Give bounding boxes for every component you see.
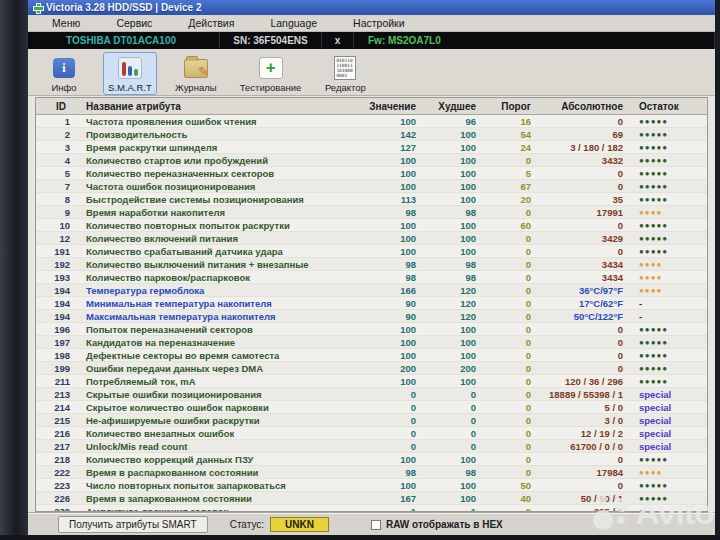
header-name: Название атрибута <box>80 101 364 112</box>
attr-name: Количество внезапных ошибок <box>80 428 364 439</box>
table-row[interactable]: 199Ошибки передачи данных через DMA20020… <box>36 362 707 375</box>
table-row[interactable]: 4Количество стартов или пробуждений10010… <box>36 154 707 167</box>
table-row[interactable]: 194Максимальная температура накопителя90… <box>36 310 707 323</box>
table-row[interactable]: 7Частота ошибок позиционирования10010067… <box>36 180 707 193</box>
attr-absolute: 0 <box>537 480 629 491</box>
table-row[interactable]: 192Количество выключений питания + внеза… <box>36 258 707 271</box>
attr-worst: 100 <box>422 493 482 504</box>
attr-name: Unlock/Mis read count <box>80 441 364 452</box>
attr-worst: 100 <box>422 194 482 205</box>
attr-remainder-indicator: ●●●●● <box>629 117 707 126</box>
table-row[interactable]: 213Скрытые ошибки позиционирования000188… <box>36 388 707 401</box>
table-row[interactable]: 12Количество включений питания1001000342… <box>36 232 707 245</box>
raw-hex-checkbox[interactable] <box>371 520 381 530</box>
attr-worst: 100 <box>422 220 482 231</box>
drive-model[interactable]: TOSHIBA DT01ACA100 <box>28 32 220 49</box>
table-row[interactable]: 10Количество повторных попыток раскрутки… <box>36 219 707 232</box>
title-bar[interactable]: Victoria 3.28 HDD/SSD | Device 2 <box>28 0 715 15</box>
attr-threshold: 0 <box>482 402 537 413</box>
toolbar: iИнфоS.M.A.R.T✎Журналы+Тестирование01011… <box>28 49 715 96</box>
attr-worst: 0 <box>422 389 482 400</box>
toolbar-button-s-m-a-r-t[interactable]: S.M.A.R.T <box>103 52 157 95</box>
attr-id: 216 <box>36 428 80 439</box>
toolbar-button-тестирование[interactable]: +Тестирование <box>235 52 307 95</box>
table-row[interactable]: 226Время в запаркованном состоянии167100… <box>36 492 707 505</box>
attr-absolute: 0 <box>537 220 629 231</box>
attr-worst: 96 <box>422 116 482 127</box>
attr-id: 9 <box>36 207 80 218</box>
menu-item-меню[interactable]: Меню <box>52 17 80 29</box>
table-row[interactable]: 8Быстродействие системы позиционирования… <box>36 193 707 206</box>
attr-id: 4 <box>36 155 80 166</box>
toolbar-button-журналы[interactable]: ✎Журналы <box>170 52 222 95</box>
table-header: ID Название атрибута Значение Худшее Пор… <box>36 98 707 115</box>
attr-name: Количество стартов или пробуждений <box>80 155 364 166</box>
attr-id: 213 <box>36 389 80 400</box>
attr-remainder-indicator: special <box>629 415 707 426</box>
attr-remainder-indicator: ●●●●● <box>629 143 707 152</box>
menu-item-сервис[interactable]: Сервис <box>116 17 152 29</box>
table-row[interactable]: 5Количество переназначенных секторов1001… <box>36 167 707 180</box>
attr-name: Время в распаркованном состоянии <box>80 467 364 478</box>
attr-name: Амплитуда дрожания головок <box>80 506 364 513</box>
table-row[interactable]: 198Дефектные секторы во время самотеста1… <box>36 349 707 362</box>
attr-remainder-indicator: ●●●●● <box>629 247 707 256</box>
attr-worst: 100 <box>422 233 482 244</box>
attr-remainder-indicator: ●●●●● <box>629 364 707 373</box>
attr-absolute: 0 <box>537 454 629 465</box>
table-row[interactable]: 197Кандидатов на переназначение10010000●… <box>36 336 707 349</box>
menu-item-действия[interactable]: Действия <box>188 17 234 29</box>
header-threshold: Порог <box>482 101 537 112</box>
menu-item-настройки[interactable]: Настройки <box>353 17 405 29</box>
attr-name: Дефектные секторы во время самотеста <box>80 350 364 361</box>
attr-remainder-indicator: ●●●●● <box>629 377 707 386</box>
attr-id: 226 <box>36 493 80 504</box>
toolbar-button-редактор[interactable]: 010110 110011 101000 0001Редактор <box>319 52 371 95</box>
attr-remainder-indicator: ●●●●● <box>629 338 707 347</box>
table-row[interactable]: 2Производительность1421005469●●●●● <box>36 128 707 141</box>
attr-worst: 100 <box>422 142 482 153</box>
table-row[interactable]: 216Количество внезапных ошибок00012 / 19… <box>36 427 707 440</box>
attr-name: Потребляемый ток, mA <box>80 376 364 387</box>
table-row[interactable]: 217Unlock/Mis read count00061700 / 0 / 0… <box>36 440 707 453</box>
attr-worst: 0 <box>422 402 482 413</box>
header-id: ID <box>36 101 80 112</box>
get-smart-attributes-button[interactable]: Получить атрибуты SMART <box>58 516 208 533</box>
toolbar-button-label: Журналы <box>175 82 217 93</box>
raw-hex-label[interactable]: RAW отображать в HEX <box>386 519 503 530</box>
attr-id: 194 <box>36 285 80 296</box>
table-row[interactable]: 218Количество коррекций данных ПЗУ100100… <box>36 453 707 466</box>
attr-name: Не-афишируемые ошибки раскрутки <box>80 415 364 426</box>
table-row[interactable]: 194Минимальная температура накопителя901… <box>36 297 707 310</box>
attr-value: 0 <box>364 402 422 413</box>
attr-name: Производительность <box>80 129 364 140</box>
menu-item-language[interactable]: Language <box>270 17 317 29</box>
toolbar-button-инфо[interactable]: iИнфо <box>38 52 90 95</box>
attr-value: 166 <box>364 285 422 296</box>
table-row[interactable]: 191Количество срабатываний датчика удара… <box>36 245 707 258</box>
attr-threshold: 0 <box>482 298 537 309</box>
attr-value: 100 <box>364 233 422 244</box>
table-row[interactable]: 194Температура гермоблока166120036°C/97°… <box>36 284 707 297</box>
table-row[interactable]: 222Время в распаркованном состоянии98980… <box>36 466 707 479</box>
attr-id: 194 <box>36 311 80 322</box>
attr-name: Частота ошибок позиционирования <box>80 181 364 192</box>
table-row[interactable]: 211Потребляемый ток, mA1001000120 / 36 /… <box>36 375 707 388</box>
table-row[interactable]: 223Число повторных попыток запарковаться… <box>36 479 707 492</box>
table-row[interactable]: 196Попыток переназначений секторов100100… <box>36 323 707 336</box>
attr-name: Время наработки накопителя <box>80 207 364 218</box>
attr-threshold: 50 <box>482 480 537 491</box>
attr-worst: 98 <box>422 207 482 218</box>
table-row[interactable]: 3Время раскрутки шпинделя127100243 / 180… <box>36 141 707 154</box>
table-row[interactable]: 1Частота проявления ошибок чтения1009616… <box>36 115 707 128</box>
smart-icon <box>115 55 145 81</box>
table-row[interactable]: 193Количество парковок/распарковок989803… <box>36 271 707 284</box>
attr-name: Число повторных попыток запарковаться <box>80 480 364 491</box>
attr-value: 100 <box>364 220 422 231</box>
attr-remainder-indicator: ●●●●● <box>629 325 707 334</box>
table-row[interactable]: 9Время наработки накопителя9898017991●●●… <box>36 206 707 219</box>
table-row[interactable]: 215Не-афишируемые ошибки раскрутки0003 /… <box>36 414 707 427</box>
table-row[interactable]: 214Скрытое количество ошибок парковки000… <box>36 401 707 414</box>
table-row[interactable]: 230Амплитуда дрожания головок110295 / 0● <box>36 505 707 512</box>
attr-worst: 0 <box>422 415 482 426</box>
